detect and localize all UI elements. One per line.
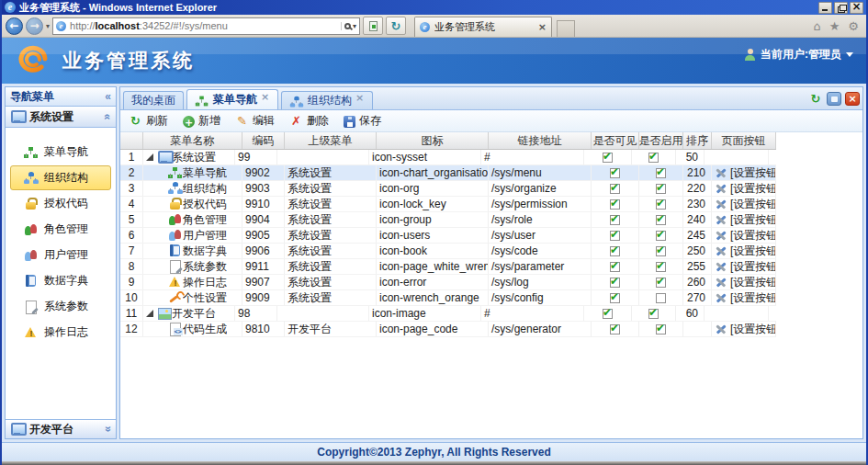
accordion-system-settings[interactable]: 系统设置 « bbox=[6, 107, 116, 128]
settings-button-label[interactable]: [设置按钮] bbox=[730, 322, 776, 336]
tree-expand-icon[interactable] bbox=[146, 153, 153, 161]
sidebar-item[interactable]: 操作日志 bbox=[10, 320, 111, 345]
toolbar-button[interactable]: 保存 bbox=[344, 113, 381, 129]
enabled-checkbox[interactable] bbox=[656, 168, 666, 178]
table-row[interactable]: 6 用户管理 9905 系统设置 icon-users /sys/user 24… bbox=[120, 228, 776, 244]
table-row[interactable]: 9 操作日志 9907 系统设置 icon-error /sys/log 260… bbox=[120, 275, 776, 290]
settings-tools-icon[interactable] bbox=[715, 183, 727, 195]
column-header[interactable]: 排序 bbox=[683, 132, 712, 149]
visible-checkbox[interactable] bbox=[610, 293, 620, 303]
column-header[interactable]: 是否可见 bbox=[592, 132, 639, 149]
settings-tools-icon[interactable] bbox=[715, 167, 727, 179]
favorites-star-icon[interactable]: ★ bbox=[829, 19, 840, 33]
column-header[interactable]: 是否启用 bbox=[639, 132, 683, 149]
address-bar[interactable]: e http://localhost:34252/#!/sys/menu ▾ bbox=[52, 17, 360, 35]
settings-button-label[interactable]: [设置按钮] bbox=[730, 212, 776, 227]
panel-maximize-icon[interactable] bbox=[827, 92, 841, 106]
visible-checkbox[interactable] bbox=[610, 231, 620, 241]
visible-checkbox[interactable] bbox=[610, 324, 620, 335]
table-row[interactable]: 7 数据字典 9906 系统设置 icon-book /sys/code 250… bbox=[120, 244, 776, 259]
column-header[interactable]: 编码 bbox=[242, 132, 285, 149]
content-tab[interactable]: 菜单导航 bbox=[186, 89, 278, 109]
table-row[interactable]: 3 组织结构 9903 系统设置 icon-org /sys/organize … bbox=[120, 181, 776, 197]
sidebar-item[interactable]: 角色管理 bbox=[10, 217, 111, 242]
table-row[interactable]: 12 代码生成 9810 开发平台 icon-page_code /sys/ge… bbox=[120, 322, 776, 337]
content-tab-close-icon[interactable] bbox=[261, 96, 270, 105]
enabled-checkbox[interactable] bbox=[656, 293, 666, 303]
settings-button-label[interactable]: [设置按钮] bbox=[730, 228, 776, 243]
table-row[interactable]: 1 系统设置 99 icon-sysset # 50 bbox=[120, 150, 776, 165]
home-icon[interactable]: ⌂ bbox=[813, 19, 820, 33]
content-tab[interactable]: 组织结构 bbox=[281, 91, 373, 109]
search-dropdown-icon[interactable]: ▾ bbox=[353, 22, 356, 30]
sidebar-item[interactable]: 组织结构 bbox=[10, 165, 111, 190]
accordion-dev-platform[interactable]: 开发平台 « bbox=[6, 419, 116, 438]
settings-gear-icon[interactable]: ⚙ bbox=[848, 19, 859, 33]
column-header[interactable]: 链接地址 bbox=[489, 132, 592, 149]
sidebar-item[interactable]: 用户管理 bbox=[10, 243, 111, 267]
settings-button-label[interactable]: [设置按钮] bbox=[730, 165, 776, 180]
visible-checkbox[interactable] bbox=[610, 278, 620, 288]
enabled-checkbox[interactable] bbox=[648, 153, 659, 163]
settings-button-label[interactable]: [设置按钮] bbox=[730, 181, 776, 196]
settings-button-label[interactable]: [设置按钮] bbox=[730, 197, 776, 211]
visible-checkbox[interactable] bbox=[610, 262, 620, 272]
enabled-checkbox[interactable] bbox=[648, 309, 659, 319]
browser-tab[interactable]: e 业务管理系统 × bbox=[414, 17, 552, 37]
enabled-checkbox[interactable] bbox=[656, 199, 666, 210]
table-row[interactable]: 2 菜单导航 9902 系统设置 icon-chart_organisation… bbox=[120, 165, 776, 181]
close-icon[interactable] bbox=[850, 2, 863, 14]
table-row[interactable]: 4 授权代码 9910 系统设置 icon-lock_key /sys/perm… bbox=[120, 197, 776, 212]
current-user-menu[interactable]: 当前用户:管理员 bbox=[744, 47, 853, 62]
visible-checkbox[interactable] bbox=[610, 215, 620, 225]
toolbar-button[interactable]: 新增 bbox=[183, 113, 220, 129]
visible-checkbox[interactable] bbox=[603, 309, 613, 319]
settings-button-label[interactable]: [设置按钮] bbox=[730, 259, 776, 274]
visible-checkbox[interactable] bbox=[610, 246, 620, 256]
tab-close-icon[interactable]: × bbox=[538, 22, 547, 32]
search-icon[interactable] bbox=[344, 23, 351, 29]
visible-checkbox[interactable] bbox=[603, 153, 613, 163]
panel-refresh-icon[interactable]: ↻ bbox=[808, 92, 823, 106]
settings-tools-icon[interactable] bbox=[715, 261, 727, 273]
sidebar-item[interactable]: 系统参数 bbox=[10, 294, 111, 319]
collapse-up-icon[interactable]: « bbox=[102, 114, 115, 120]
restore-icon[interactable] bbox=[834, 2, 848, 14]
settings-tools-icon[interactable] bbox=[715, 214, 727, 226]
enabled-checkbox[interactable] bbox=[656, 215, 666, 225]
toolbar-button[interactable]: 编辑 bbox=[235, 113, 275, 129]
settings-button-label[interactable]: [设置按钮] bbox=[730, 275, 776, 289]
column-header[interactable]: 图标 bbox=[377, 132, 489, 149]
settings-tools-icon[interactable] bbox=[715, 277, 727, 289]
sidebar-item[interactable]: 数据字典 bbox=[10, 268, 111, 293]
refresh-button[interactable]: ↻ bbox=[386, 17, 406, 35]
visible-checkbox[interactable] bbox=[610, 168, 620, 178]
compatibility-view-button[interactable] bbox=[363, 17, 383, 35]
column-header[interactable]: 页面按钮 bbox=[712, 132, 776, 149]
expand-down-icon[interactable]: « bbox=[102, 426, 115, 433]
enabled-checkbox[interactable] bbox=[656, 324, 666, 335]
visible-checkbox[interactable] bbox=[610, 184, 620, 194]
table-row[interactable]: 8 系统参数 9911 系统设置 icon-page_white_wrench … bbox=[120, 259, 776, 275]
enabled-checkbox[interactable] bbox=[656, 231, 666, 241]
sidebar-collapse-icon[interactable]: « bbox=[105, 90, 111, 103]
settings-tools-icon[interactable] bbox=[715, 323, 727, 335]
content-tab[interactable]: 我的桌面 bbox=[123, 91, 184, 109]
back-icon[interactable]: ← bbox=[6, 17, 23, 35]
enabled-checkbox[interactable] bbox=[656, 246, 666, 256]
sidebar-item[interactable]: 授权代码 bbox=[10, 191, 111, 216]
column-header[interactable]: 菜单名称 bbox=[143, 132, 242, 149]
toolbar-button[interactable]: 删除 bbox=[289, 113, 329, 129]
table-row[interactable]: 10 个性设置 9909 系统设置 icon-wrench_orange /sy… bbox=[120, 290, 776, 306]
forward-icon[interactable]: → bbox=[26, 17, 43, 35]
enabled-checkbox[interactable] bbox=[656, 184, 666, 194]
settings-tools-icon[interactable] bbox=[715, 198, 727, 210]
settings-tools-icon[interactable] bbox=[715, 230, 727, 242]
table-row[interactable]: 11 开发平台 98 icon-image # 60 bbox=[120, 306, 776, 322]
enabled-checkbox[interactable] bbox=[656, 278, 666, 288]
content-tab-close-icon[interactable] bbox=[355, 96, 365, 106]
table-row[interactable]: 5 角色管理 9904 系统设置 icon-group /sys/role 24… bbox=[120, 212, 776, 228]
panel-close-icon[interactable]: × bbox=[845, 92, 860, 106]
address-search[interactable]: ▾ bbox=[341, 22, 356, 30]
nav-history-dropdown-icon[interactable]: ▾ bbox=[46, 22, 50, 30]
